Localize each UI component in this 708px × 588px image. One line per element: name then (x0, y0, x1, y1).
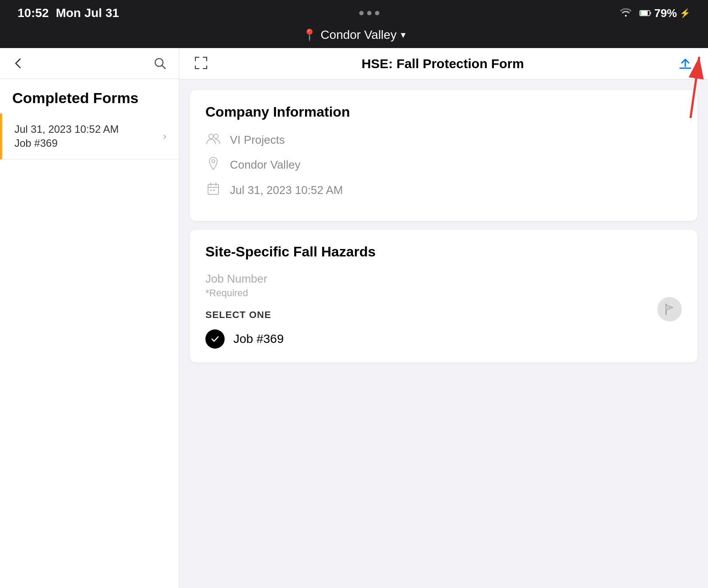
battery-icon: 79% ⚡ (639, 7, 691, 20)
chevron-right-icon: › (163, 130, 167, 142)
status-date: Mon Jul 31 (56, 6, 119, 20)
svg-rect-19 (213, 190, 215, 191)
svg-rect-17 (208, 184, 219, 194)
sidebar-header (0, 48, 179, 79)
datetime-row: Jul 31, 2023 10:52 AM (205, 182, 682, 198)
job-option-label: Job #369 (233, 332, 284, 346)
fall-hazards-title: Site-Specific Fall Hazards (205, 244, 682, 260)
search-button[interactable] (153, 57, 167, 70)
wifi-icon (619, 7, 632, 19)
content-title: HSE: Fall Protection Form (209, 56, 677, 71)
status-bar: 10:52 Mon Jul 31 79% ⚡ (0, 0, 708, 26)
job-number-label: Job Number (205, 272, 682, 286)
check-circle-icon (205, 329, 225, 349)
svg-point-15 (214, 134, 218, 138)
status-time-date: 10:52 Mon Jul 31 (17, 6, 119, 20)
fall-hazards-card: Site-Specific Fall Hazards Job Number *R… (190, 230, 698, 363)
status-right-icons: 79% ⚡ (619, 7, 691, 20)
status-time: 10:52 (17, 6, 49, 20)
expand-button[interactable] (193, 55, 209, 73)
back-button[interactable] (12, 57, 24, 69)
main-container: Completed Forms Jul 31, 2023 10:52 AM Jo… (0, 48, 708, 588)
location-text: Condor Valley (230, 158, 300, 172)
company-info-card: Company Information VI Projects (190, 90, 698, 221)
form-item-date: Jul 31, 2023 10:52 AM (14, 123, 119, 135)
svg-rect-7 (206, 57, 207, 61)
content-scroll: Company Information VI Projects (179, 80, 708, 588)
company-name: VI Projects (230, 133, 285, 147)
battery-percent: 79% (654, 7, 677, 20)
dot3 (375, 11, 379, 15)
svg-rect-2 (640, 11, 641, 15)
company-info-title: Company Information (205, 104, 682, 120)
svg-point-16 (212, 160, 215, 163)
dot2 (367, 11, 371, 15)
people-icon (205, 132, 221, 148)
job-option: Job #369 (205, 329, 284, 349)
status-center-dots (359, 11, 379, 15)
content-header: HSE: Fall Protection Form (179, 48, 708, 80)
list-item[interactable]: Jul 31, 2023 10:52 AM Job #369 › (0, 114, 179, 159)
sidebar: Completed Forms Jul 31, 2023 10:52 AM Jo… (0, 48, 179, 588)
flag-button[interactable] (657, 297, 682, 322)
sidebar-title: Completed Forms (0, 79, 179, 114)
dot1 (359, 11, 364, 15)
content-area-wrapper: HSE: Fall Protection Form (179, 48, 708, 588)
form-item-job: Job #369 (14, 137, 119, 149)
location-icon (205, 156, 221, 173)
location-dropdown-icon: ▾ (401, 29, 406, 41)
svg-rect-5 (195, 57, 196, 61)
location-bar[interactable]: 📍 Condor Valley ▾ (0, 26, 708, 48)
location-pin-icon: 📍 (302, 28, 316, 42)
location-name: Condor Valley (321, 28, 397, 42)
required-text: *Required (205, 287, 682, 299)
form-item-info: Jul 31, 2023 10:52 AM Job #369 (14, 123, 119, 149)
svg-rect-1 (640, 11, 648, 15)
upload-button[interactable] (677, 54, 694, 73)
charging-icon: ⚡ (680, 8, 691, 18)
svg-rect-18 (210, 190, 212, 191)
calendar-icon (205, 182, 221, 198)
select-one-label: SELECT ONE (205, 309, 284, 321)
svg-point-14 (209, 134, 213, 138)
datetime-text: Jul 31, 2023 10:52 AM (230, 183, 343, 197)
svg-rect-9 (195, 66, 196, 69)
svg-rect-11 (206, 66, 207, 69)
location-row: Condor Valley (205, 156, 682, 173)
form-list: Jul 31, 2023 10:52 AM Job #369 › (0, 114, 179, 588)
company-row: VI Projects (205, 132, 682, 148)
